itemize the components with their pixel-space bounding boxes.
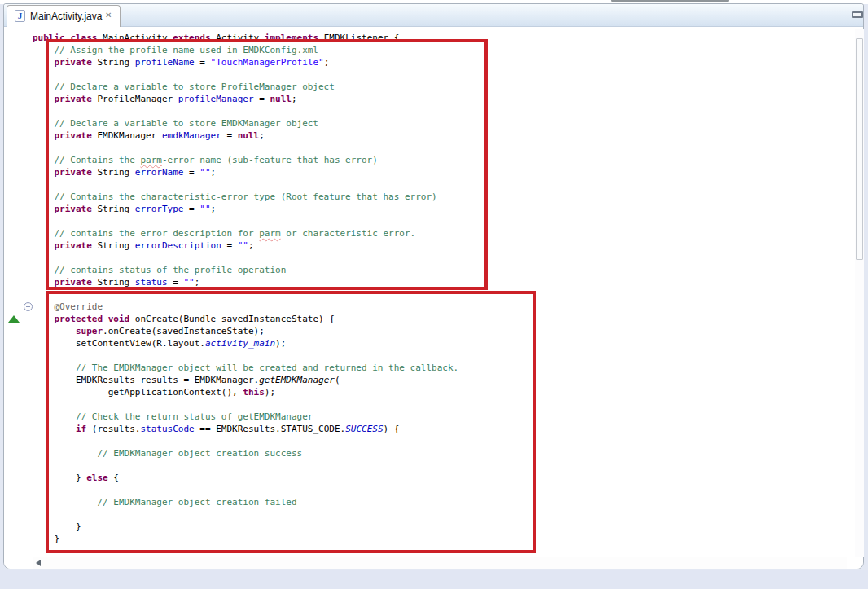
toolbar-fragment xyxy=(611,0,729,2)
annotation-box-oncreate xyxy=(46,291,536,553)
tab-title: MainActivity.java xyxy=(30,11,102,22)
horizontal-scrollbar[interactable] xyxy=(33,557,847,569)
scroll-left-arrow-icon[interactable] xyxy=(36,560,41,566)
annotation-box-fields xyxy=(46,39,488,290)
minimize-icon[interactable] xyxy=(852,11,863,18)
fold-collapse-icon[interactable] xyxy=(24,302,33,311)
java-file-icon: J xyxy=(15,10,25,22)
vertical-scrollbar-thumb[interactable] xyxy=(856,38,863,260)
tab-mainactivity-java[interactable]: J MainActivity.java ✕ xyxy=(7,5,121,27)
override-marker-icon xyxy=(8,315,20,323)
editor-tab-bar xyxy=(4,4,863,27)
status-bar: Writable Smart Insert 162 : 18 215M of 6… xyxy=(0,570,868,589)
close-icon[interactable]: ✕ xyxy=(105,11,112,20)
eclipse-window: J MainActivity.java ✕ public class MainA… xyxy=(0,0,868,589)
